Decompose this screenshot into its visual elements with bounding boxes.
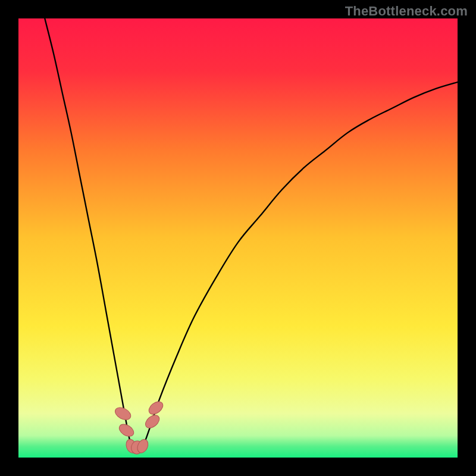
outer-frame: TheBottleneck.com [0,0,476,476]
watermark-text: TheBottleneck.com [345,4,468,19]
curve-markers [113,399,165,455]
bottleneck-curve [45,18,458,450]
curve-marker [143,412,161,430]
curve-marker [146,399,165,417]
curve-layer [18,18,458,458]
plot-area [18,18,458,458]
curve-marker [113,405,133,422]
